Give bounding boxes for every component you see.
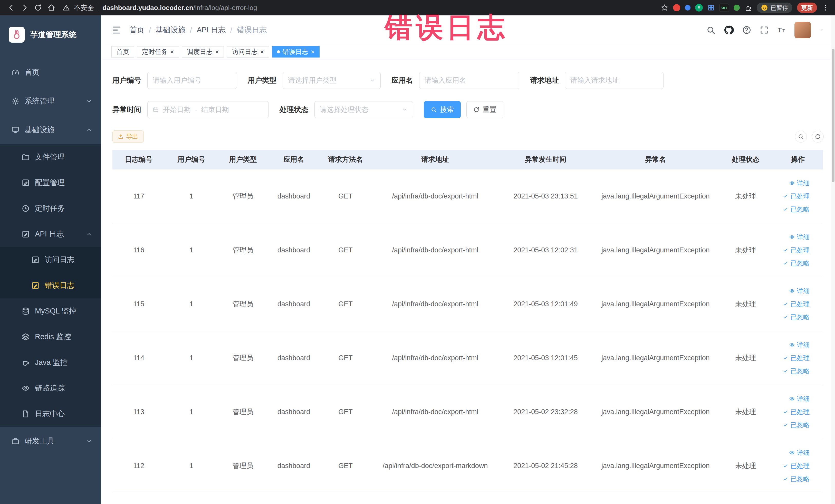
table-row: 1131管理员dashboardGET/api/infra/db-doc/exp… [113,385,823,439]
browser-forward-button[interactable] [19,2,30,13]
search-button[interactable]: 搜索 [424,101,461,118]
chevron-down-icon[interactable] [819,27,825,33]
sidebar-item-infra[interactable]: 基础设施 [0,116,101,144]
cell-url: /api/infra/db-doc/export-html [372,385,499,439]
extensions-puzzle-icon[interactable] [745,4,752,12]
check-icon [782,476,788,482]
close-tab-icon[interactable]: × [311,48,315,55]
sidebar-item-system[interactable]: 系统管理 [0,87,101,116]
browser-menu-kebab-icon[interactable] [822,4,829,12]
action-mark-processed[interactable]: 已处理 [782,354,810,362]
sidebar-item-trace[interactable]: 链路追踪 [0,375,101,401]
action-detail[interactable]: 详细 [789,395,810,403]
action-detail[interactable]: 详细 [789,448,810,457]
tab-0[interactable]: 首页 [111,46,134,58]
update-button[interactable]: 更新 [797,3,817,13]
action-detail[interactable]: 详细 [789,341,810,349]
paused-badge[interactable]: 已暂停 [757,3,792,13]
action-label: 已处理 [790,408,810,416]
cell-time: 2021-05-02 23:32:28 [499,385,592,439]
export-button[interactable]: 导出 [113,130,144,143]
fullscreen-icon[interactable] [759,25,769,35]
tab-2[interactable]: 调度日志× [182,46,224,58]
action-mark-ignored[interactable]: 已忽略 [782,421,810,429]
close-tab-icon[interactable]: × [215,48,219,55]
tab-1[interactable]: 定时任务× [137,46,179,58]
user-type-select[interactable]: 请选择用户类型 [283,72,381,89]
sidebar-item-mysql[interactable]: MySQL 监控 [0,298,101,324]
cell-status: 未处理 [719,385,773,439]
action-mark-ignored[interactable]: 已忽略 [782,313,810,321]
font-size-icon[interactable]: TT [777,25,786,35]
sidebar-item-file[interactable]: 文件管理 [0,144,101,170]
table-row: 1151管理员dashboardGET/api/infra/db-doc/exp… [113,277,823,331]
process-status-select[interactable]: 请选择处理状态 [314,101,413,118]
action-mark-processed[interactable]: 已处理 [782,246,810,255]
check-icon [782,301,788,307]
sidebar-item-home[interactable]: 首页 [0,58,101,87]
tab-3[interactable]: 访问日志× [227,46,269,58]
extension-grid-icon[interactable] [708,4,715,11]
cell-status: 未处理 [719,331,773,385]
reset-button[interactable]: 重置 [466,101,503,118]
address-bar[interactable]: 不安全 dashboard.yudao.iocoder.cn/infra/log… [59,3,659,12]
action-detail[interactable]: 详细 [789,233,810,241]
error-log-table: 日志编号用户编号用户类型应用名请求方法名请求地址异常发生时间异常名处理状态操作 … [113,150,823,493]
page-scrollbar[interactable] [831,15,835,504]
browser-home-button[interactable] [46,2,57,13]
sidebar-item-config[interactable]: 配置管理 [0,170,101,196]
sidebar-item-api-log[interactable]: API 日志 [0,221,101,247]
scrollbar-thumb[interactable] [832,49,834,182]
sidebar-item-access-log[interactable]: 访问日志 [0,247,101,273]
user-id-label: 用户编号 [113,76,141,85]
app-name-input[interactable] [419,72,519,89]
search-icon[interactable] [706,25,715,35]
breadcrumb-item[interactable]: 基础设施 [156,25,185,35]
sidebar-item-job[interactable]: 定时任务 [0,196,101,221]
table-row: 1171管理员dashboardGET/api/infra/db-doc/exp… [113,169,823,223]
extension-on-badge[interactable]: on [719,4,729,12]
action-detail[interactable]: 详细 [789,179,810,187]
date-range-picker[interactable]: 开始日期 - 结束日期 [147,101,269,118]
browser-back-button[interactable] [6,2,17,13]
collapse-sidebar-icon[interactable] [111,25,122,35]
request-url-input[interactable] [565,72,664,89]
bookmark-star-icon[interactable] [661,4,668,12]
action-mark-ignored[interactable]: 已忽略 [782,259,810,267]
extension-red-icon[interactable] [673,4,680,11]
refresh-table-button[interactable] [812,131,824,142]
cell-id: 112 [113,439,165,493]
sidebar-item-label: 研发工具 [25,436,55,446]
extension-leaf-icon[interactable] [734,5,740,11]
action-mark-processed[interactable]: 已处理 [782,408,810,416]
action-detail[interactable]: 详细 [789,287,810,295]
action-mark-processed[interactable]: 已处理 [782,300,810,308]
user-id-input[interactable] [147,72,237,89]
cell-user-type: 管理员 [218,223,268,277]
user-avatar[interactable] [794,22,811,38]
action-mark-ignored[interactable]: 已忽略 [782,367,810,375]
tab-4[interactable]: 错误日志× [272,46,320,58]
cell-exception: java.lang.IllegalArgumentException [592,223,719,277]
toggle-search-button[interactable] [795,131,807,142]
action-mark-ignored[interactable]: 已忽略 [782,205,810,214]
app-logo[interactable]: 芋道管理系统 [0,15,101,54]
breadcrumb-item[interactable]: API 日志 [197,25,226,35]
close-tab-icon[interactable]: × [260,48,264,55]
action-mark-processed[interactable]: 已处理 [782,462,810,470]
cell-method: GET [319,169,372,223]
breadcrumb-item[interactable]: 首页 [129,25,144,35]
close-tab-icon[interactable]: × [170,48,174,55]
sidebar-item-log-center[interactable]: 日志中心 [0,401,101,427]
sidebar-item-error-log[interactable]: 错误日志 [0,273,101,298]
github-icon[interactable] [724,25,734,35]
sidebar-item-java[interactable]: Java 监控 [0,350,101,375]
help-icon[interactable] [742,25,751,35]
extension-green-icon[interactable]: Y [695,4,703,12]
sidebar-item-redis[interactable]: Redis 监控 [0,324,101,350]
action-mark-processed[interactable]: 已处理 [782,192,810,201]
browser-reload-button[interactable] [32,2,44,13]
action-mark-ignored[interactable]: 已忽略 [782,475,810,483]
extension-blue-icon[interactable] [685,5,691,11]
sidebar-item-dev-tools[interactable]: 研发工具 [0,427,101,456]
